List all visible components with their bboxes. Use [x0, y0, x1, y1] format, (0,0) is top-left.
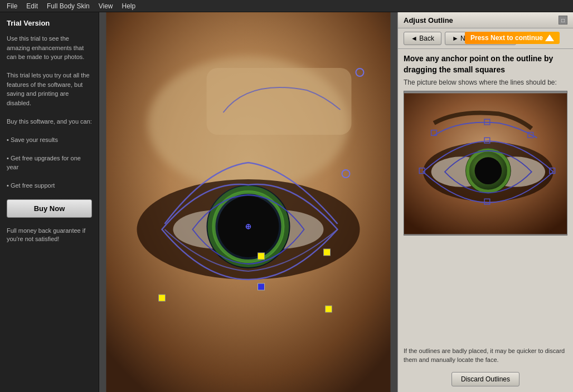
menu-edit[interactable]: Edit: [22, 1, 42, 11]
back-button[interactable]: ◄ Back: [404, 32, 441, 45]
svg-rect-17: [159, 295, 166, 301]
right-panel-title: Adjust Outline: [404, 16, 453, 24]
buy-now-button[interactable]: Buy Now: [7, 199, 92, 218]
tooltip-arrow: [545, 35, 554, 41]
press-next-tooltip: Press Next to continue: [465, 32, 560, 44]
sidebar-bullet3: • Get free support: [7, 181, 92, 190]
svg-rect-19: [258, 283, 265, 290]
svg-point-28: [475, 158, 502, 185]
reference-image: [404, 91, 567, 236]
svg-rect-13: [324, 249, 331, 256]
svg-rect-16: [258, 253, 265, 259]
sidebar-bullet2: • Get free upgrades for one year: [7, 154, 92, 172]
menu-bar: File Edit Full Body Skin View Help: [0, 0, 573, 12]
tooltip-text: Press Next to continue: [470, 34, 543, 42]
right-panel-header: Adjust Outline □: [398, 12, 573, 28]
sidebar: Trial Version Use this trial to see the …: [0, 12, 99, 392]
menu-view[interactable]: View: [94, 1, 118, 11]
reference-eye-svg: [404, 91, 567, 236]
menu-file[interactable]: File: [2, 1, 22, 11]
collapse-icon[interactable]: □: [559, 16, 567, 24]
sidebar-desc1: Use this trial to see the amazing enhanc…: [7, 34, 92, 62]
eye-outline-canvas: [99, 12, 397, 392]
sidebar-title: Trial Version: [7, 19, 92, 27]
sidebar-desc3: Buy this software, and you can:: [7, 117, 92, 126]
guarantee-text: Full money back guarantee if you're not …: [7, 227, 92, 244]
instruction-main-text: Move any anchor point on the outline by …: [404, 53, 567, 75]
instruction-sub-text: The picture below shows where the lines …: [404, 79, 567, 86]
bottom-text: If the outlines are badly placed, it may…: [398, 342, 573, 369]
main-layout: Trial Version Use this trial to see the …: [0, 12, 573, 392]
right-panel: Adjust Outline □ ◄ Back ► Next (Spacebar…: [397, 12, 573, 392]
nav-buttons-wrapper: ◄ Back ► Next (Spacebar) Press Next to c…: [398, 28, 573, 49]
menu-full-body-skin[interactable]: Full Body Skin: [42, 1, 94, 11]
canvas-area: [99, 12, 397, 392]
sidebar-bullet1: • Save your results: [7, 135, 92, 145]
svg-rect-14: [326, 306, 332, 312]
discard-outlines-button[interactable]: Discard Outlines: [451, 372, 519, 386]
discard-btn-area: Discard Outlines: [398, 369, 573, 392]
sidebar-body: Use this trial to see the amazing enhanc…: [7, 34, 92, 190]
instructions-area: Move any anchor point on the outline by …: [398, 49, 573, 342]
menu-help[interactable]: Help: [118, 1, 140, 11]
sidebar-desc2: This trial lets you try out all the feat…: [7, 71, 92, 107]
